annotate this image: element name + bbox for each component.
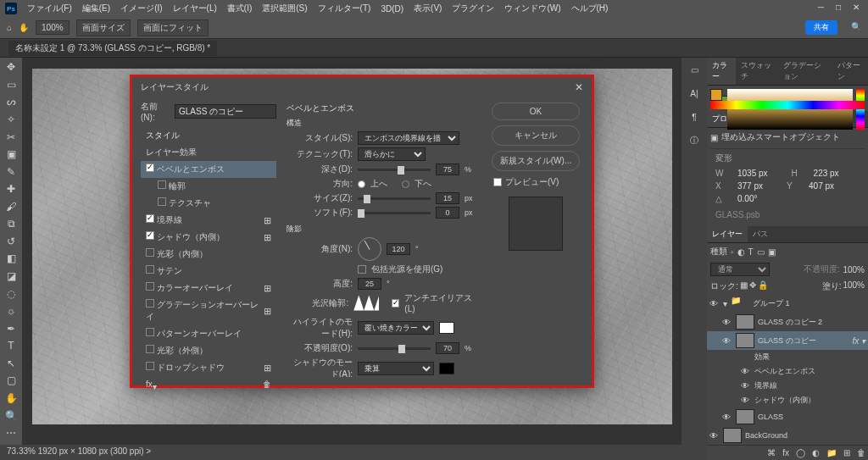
style-item-texture[interactable]: テクスチャ <box>141 195 276 212</box>
soften-slider[interactable] <box>358 212 431 214</box>
blend-mode-select[interactable]: 通常 <box>710 263 770 276</box>
checkbox-icon[interactable] <box>146 345 154 353</box>
minimize-icon[interactable]: ─ <box>818 3 824 12</box>
layer-fx-row[interactable]: 👁ベベルとエンボス <box>707 364 868 379</box>
plus-icon[interactable]: ⊞ <box>264 232 271 243</box>
direction-up-radio[interactable] <box>358 180 365 188</box>
cancel-button[interactable]: キャンセル <box>492 125 580 146</box>
highlight-mode-select[interactable]: 覆い焼きカラー <box>358 321 434 335</box>
menu-layer[interactable]: レイヤー(L) <box>173 3 217 14</box>
new-layer-icon[interactable]: ⊞ <box>843 448 850 457</box>
hue-slider[interactable] <box>856 89 865 130</box>
highlight-opacity-value[interactable]: 70 <box>436 342 459 354</box>
bevel-technique-select[interactable]: 滑らかに <box>358 147 426 161</box>
para-panel-icon[interactable]: ¶ <box>687 110 701 124</box>
style-item-innerglow[interactable]: 光彩（内側） <box>141 246 276 263</box>
plus-icon[interactable]: ⊞ <box>264 363 271 374</box>
visibility-icon[interactable]: 👁 <box>709 299 720 308</box>
checkbox-icon[interactable] <box>146 299 154 308</box>
search-icon[interactable]: 🔍 <box>851 22 861 31</box>
document-tab[interactable]: 名称未設定 1 @ 73.3% (GLASS のコピー, RGB/8) * <box>8 41 217 56</box>
plus-icon[interactable]: ⊞ <box>264 306 271 317</box>
history-brush-icon[interactable]: ↺ <box>3 236 19 248</box>
spectrum-bar[interactable] <box>710 101 865 109</box>
layer-fx-row[interactable]: 👁境界線 <box>707 379 868 393</box>
visibility-icon[interactable]: 👁 <box>709 431 720 441</box>
chevron-down-icon[interactable]: ▾ <box>723 299 727 308</box>
tab-paths[interactable]: パス <box>748 226 773 242</box>
visibility-icon[interactable]: 👁 <box>741 367 751 376</box>
plus-icon[interactable]: ⊞ <box>264 283 271 294</box>
prop-y[interactable]: 407 px <box>809 181 834 191</box>
visibility-icon[interactable]: 👁 <box>722 336 732 346</box>
close-icon[interactable]: ✕ <box>575 81 583 93</box>
checkbox-icon[interactable] <box>146 231 154 240</box>
menu-select[interactable]: 選択範囲(S) <box>262 3 307 14</box>
menu-view[interactable]: 表示(V) <box>414 3 442 14</box>
menu-plugin[interactable]: プラグイン <box>452 3 494 14</box>
checkbox-icon[interactable] <box>146 163 154 172</box>
soften-value[interactable]: 0 <box>436 207 459 219</box>
checkbox-icon[interactable] <box>146 282 154 291</box>
lock-position-icon[interactable]: ✥ <box>749 280 756 292</box>
visibility-icon[interactable]: 👁 <box>741 381 751 391</box>
color-panel[interactable] <box>707 86 868 111</box>
eyedropper-tool-icon[interactable]: ✎ <box>3 165 19 178</box>
highlight-color-swatch[interactable] <box>439 322 454 334</box>
lock-all-icon[interactable]: 🔒 <box>758 280 768 292</box>
filter-shape-icon[interactable]: ▭ <box>757 247 765 257</box>
antialias-checkbox[interactable] <box>392 299 400 308</box>
hand-tool-icon[interactable]: ✋ <box>19 23 29 32</box>
close-icon[interactable]: ✕ <box>853 3 860 12</box>
layer-fx-row[interactable]: 効果 <box>707 350 868 364</box>
style-item-innershadow[interactable]: シャドウ（内側）⊞ <box>141 229 276 246</box>
heal-tool-icon[interactable]: ✚ <box>3 183 19 196</box>
style-item-coloroverlay[interactable]: カラーオーバーレイ⊞ <box>141 280 276 297</box>
hand-tool-icon[interactable]: ✋ <box>3 392 19 405</box>
info-panel-icon[interactable]: ⓘ <box>687 134 701 147</box>
home-icon[interactable]: ⌂ <box>7 23 12 32</box>
menu-3d[interactable]: 3D(D) <box>381 4 403 14</box>
fit-window-button[interactable]: 画面にフィット <box>137 19 209 36</box>
style-item-contour[interactable]: 輪郭 <box>141 178 276 195</box>
menu-image[interactable]: イメージ(I) <box>120 3 162 14</box>
prop-x[interactable]: 377 px <box>737 181 763 191</box>
edit-toolbar-icon[interactable]: ⋯ <box>3 427 19 440</box>
visibility-icon[interactable]: 👁 <box>741 396 751 405</box>
link-icon[interactable]: ⌘ <box>767 448 776 457</box>
adjust-icon[interactable]: ◐ <box>812 448 820 457</box>
move-tool-icon[interactable]: ✥ <box>3 61 19 74</box>
tab-swatch[interactable]: スウォッチ <box>736 58 777 85</box>
fx-icon[interactable]: fx <box>782 448 789 457</box>
checkbox-icon[interactable] <box>146 214 154 223</box>
tab-color[interactable]: カラー <box>707 58 736 85</box>
lock-pixel-icon[interactable]: ▦ <box>740 280 748 292</box>
size-slider[interactable] <box>358 197 431 200</box>
fit-screen-button[interactable]: 画面サイズ <box>76 19 131 36</box>
style-item-bevel[interactable]: ベベルとエンボス <box>141 161 276 178</box>
prop-height[interactable]: 223 px <box>814 169 839 178</box>
prop-width[interactable]: 1035 px <box>737 169 768 178</box>
menu-edit[interactable]: 編集(E) <box>82 3 110 14</box>
checkbox-icon[interactable] <box>146 248 154 257</box>
fill-value[interactable]: 100% <box>843 280 865 292</box>
history-panel-icon[interactable]: ▭ <box>687 63 701 76</box>
global-light-checkbox[interactable] <box>358 265 366 274</box>
stamp-tool-icon[interactable]: ⧉ <box>3 218 19 230</box>
style-item-stroke[interactable]: 境界線⊞ <box>141 212 276 229</box>
checkbox-icon[interactable] <box>146 265 154 274</box>
trash-icon[interactable]: 🗑 <box>263 380 271 391</box>
maximize-icon[interactable]: □ <box>836 3 841 12</box>
frame-tool-icon[interactable]: ▣ <box>3 148 19 161</box>
size-value[interactable]: 15 <box>436 192 459 204</box>
style-item-dropshadow[interactable]: ドロップシャドウ⊞ <box>141 359 276 376</box>
checkbox-icon[interactable] <box>158 197 166 206</box>
bevel-style-select[interactable]: エンボスの境界線を描く <box>358 131 459 145</box>
gradient-tool-icon[interactable]: ◪ <box>3 270 19 283</box>
menu-filter[interactable]: フィルター(T) <box>318 3 371 14</box>
crop-tool-icon[interactable]: ✂ <box>3 130 19 143</box>
pen-tool-icon[interactable]: ✒ <box>3 322 19 335</box>
checkbox-icon[interactable] <box>146 328 154 336</box>
blur-tool-icon[interactable]: ◌ <box>3 287 19 300</box>
tab-layers[interactable]: レイヤー <box>707 226 748 242</box>
